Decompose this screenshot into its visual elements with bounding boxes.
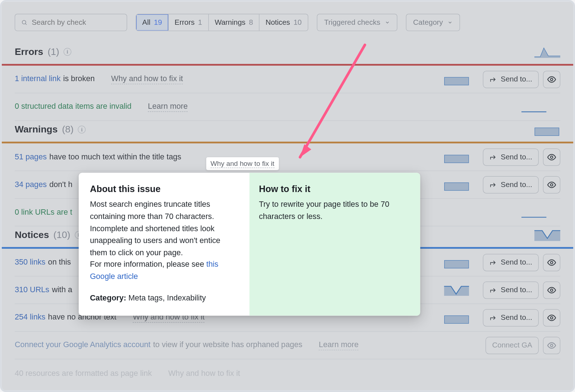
search-input-wrap[interactable] <box>15 14 127 31</box>
triggered-checks-dropdown[interactable]: Triggered checks <box>317 14 397 31</box>
about-heading: About this issue <box>90 184 238 194</box>
svg-point-8 <box>551 156 553 158</box>
svg-point-16 <box>551 289 553 291</box>
svg-rect-13 <box>445 260 469 268</box>
search-icon <box>21 19 27 26</box>
issue-row: Connect your Google Analytics account to… <box>15 332 560 359</box>
svg-marker-12 <box>534 230 560 241</box>
hide-button[interactable] <box>543 148 560 165</box>
search-input[interactable] <box>32 18 120 27</box>
svg-rect-17 <box>445 316 469 323</box>
issue-link[interactable]: 310 URLs <box>15 285 49 294</box>
issue-link[interactable]: 254 links <box>15 313 45 322</box>
issue-link[interactable]: 0 link URLs are t <box>15 208 72 217</box>
sparkline <box>444 178 469 191</box>
eye-icon <box>547 258 556 267</box>
info-icon[interactable]: i <box>78 126 86 134</box>
send-to-button[interactable]: Send to... <box>483 254 539 271</box>
svg-point-4 <box>551 78 553 80</box>
svg-rect-6 <box>535 128 559 136</box>
filter-tabs: All19 Errors1 Warnings8 Notices10 <box>136 14 308 31</box>
eye-icon <box>547 180 556 189</box>
sparkline <box>521 206 547 219</box>
svg-marker-15 <box>444 286 469 295</box>
svg-rect-9 <box>445 182 469 190</box>
hide-button[interactable] <box>543 71 560 88</box>
issue-row: 51 pages have too much text within the t… <box>15 143 560 171</box>
issue-link[interactable]: 51 pages <box>15 153 47 162</box>
eye-icon <box>547 313 556 322</box>
eye-icon <box>547 75 556 84</box>
svg-point-18 <box>551 316 553 319</box>
errors-section-head: Errors (1) i <box>15 43 560 64</box>
issue-link[interactable]: 1 internal link <box>15 74 61 83</box>
svg-point-10 <box>551 183 553 186</box>
chevron-down-icon <box>385 20 390 25</box>
notices-sparkline <box>534 228 560 242</box>
send-to-button[interactable]: Send to... <box>483 281 539 299</box>
notices-count: (10) <box>54 229 70 241</box>
tab-all[interactable]: All19 <box>136 14 169 31</box>
share-icon <box>489 76 496 83</box>
send-to-button[interactable]: Send to... <box>483 176 539 193</box>
issue-row: 1 internal link is broken Why and how to… <box>15 66 560 93</box>
errors-title: Errors <box>15 46 43 57</box>
eye-icon <box>547 285 556 295</box>
sparkline <box>444 73 469 86</box>
hide-button[interactable] <box>543 281 560 299</box>
hide-button[interactable] <box>543 254 560 271</box>
why-fix-link[interactable]: Why and how to fix it <box>111 74 183 84</box>
about-body: Most search engines truncate titles cont… <box>90 199 238 283</box>
connect-ga-button[interactable]: Connect GA <box>486 337 538 354</box>
share-icon <box>489 259 496 266</box>
warnings-sparkline <box>534 123 560 136</box>
errors-sparkline <box>534 45 560 59</box>
send-to-button[interactable]: Send to... <box>483 148 539 165</box>
learn-more-link[interactable]: Learn more <box>148 102 188 112</box>
hide-button[interactable] <box>543 309 560 326</box>
svg-point-0 <box>22 20 26 24</box>
sparkline <box>444 284 469 297</box>
hide-button[interactable] <box>543 176 560 193</box>
sparkline <box>444 311 469 324</box>
issue-link[interactable]: 350 links <box>15 258 45 267</box>
tab-warnings[interactable]: Warnings8 <box>209 14 260 31</box>
issue-link[interactable]: Connect your Google Analytics account <box>15 340 151 349</box>
errors-count: (1) <box>47 46 59 57</box>
warnings-section-head: Warnings (8) i <box>15 121 560 142</box>
issue-text: on this <box>48 258 71 267</box>
issue-text: with a <box>52 285 72 294</box>
issue-row: 40 resources are formatted as page link … <box>15 359 560 387</box>
issue-text: is broken <box>63 74 95 83</box>
category-line: Category: Meta tags, Indexability <box>90 293 238 305</box>
send-to-button[interactable]: Send to... <box>483 71 539 88</box>
info-icon[interactable]: i <box>64 48 72 56</box>
eye-icon <box>547 152 556 162</box>
learn-more-link[interactable]: Learn more <box>319 340 359 350</box>
notices-title: Notices <box>15 229 49 241</box>
svg-rect-3 <box>445 77 469 85</box>
share-icon <box>489 286 496 293</box>
issue-popover: About this issue Most search engines tru… <box>79 173 420 316</box>
issue-link: 40 resources are formatted as page link <box>15 369 152 378</box>
issue-row: 0 structured data items are invalid Lear… <box>15 93 560 121</box>
toolbar: All19 Errors1 Warnings8 Notices10 Trigge… <box>15 14 560 31</box>
issue-text: don't h <box>49 180 72 189</box>
hide-button[interactable] <box>543 337 560 354</box>
issue-link[interactable]: 0 structured data items are invalid <box>15 102 132 111</box>
sparkline <box>521 101 547 113</box>
chevron-down-icon <box>447 20 452 25</box>
svg-line-1 <box>26 24 27 25</box>
tab-notices[interactable]: Notices10 <box>259 14 308 31</box>
issue-text: have too much text within the title tags <box>49 153 181 162</box>
eye-icon <box>547 341 556 350</box>
why-fix-trigger[interactable]: Why and how to fix it <box>206 157 279 170</box>
warnings-count: (8) <box>62 124 74 135</box>
sparkline <box>444 256 469 269</box>
send-to-button[interactable]: Send to... <box>483 309 539 326</box>
issue-link[interactable]: 34 pages <box>15 180 47 189</box>
tab-errors[interactable]: Errors1 <box>169 14 209 31</box>
share-icon <box>489 314 496 321</box>
category-dropdown[interactable]: Category <box>406 14 460 31</box>
sparkline <box>444 150 469 163</box>
